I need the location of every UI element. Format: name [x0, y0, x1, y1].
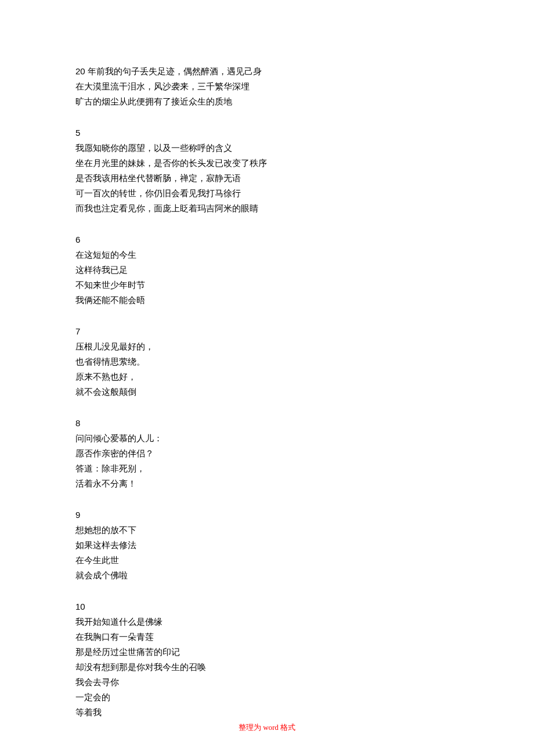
footer-word: word	[261, 723, 280, 732]
page-footer: 整理为 word 格式	[0, 722, 534, 733]
poem-line: 在今生此世	[75, 553, 459, 568]
poem-line: 也省得情思萦绕。	[75, 354, 459, 369]
stanza-number: 8	[75, 416, 459, 431]
stanza-number: 10	[75, 599, 459, 614]
stanza: 8问问倾心爱慕的人儿：愿否作亲密的伴侣？答道：除非死别，活着永不分离！	[75, 416, 459, 491]
poem-line: 坐在月光里的妹妹，是否你的长头发已改变了秩序	[75, 156, 459, 171]
poem-line: 在我胸口有一朵青莲	[75, 629, 459, 645]
stanza-number: 9	[75, 507, 459, 523]
poem-line: 旷古的烟尘从此便拥有了接近众生的质地	[75, 94, 459, 109]
poem-line: 答道：除非死别，	[75, 461, 459, 476]
poem-line: 我愿知晓你的愿望，以及一些称呼的含义	[75, 141, 459, 156]
poem-line: 在这短短的今生	[75, 247, 459, 262]
stanza-number: 7	[75, 324, 459, 339]
stanza: 9想她想的放不下如果这样去修法在今生此世就会成个佛啦	[75, 507, 459, 583]
poem-line: 却没有想到那是你对我今生的召唤	[75, 660, 459, 675]
poem-line: 是否我该用枯坐代替断肠，禅定，寂静无语	[75, 171, 459, 186]
poem-line: 问问倾心爱慕的人儿：	[75, 431, 459, 446]
poem-line: 我会去寻你	[75, 675, 459, 690]
poem-line: 我开始知道什么是佛缘	[75, 614, 459, 629]
stanza: 20 年前我的句子丢失足迹，偶然醉酒，遇见己身在大漠里流干泪水，风沙袭来，三千繁…	[75, 64, 459, 109]
poem-line: 在大漠里流干泪水，风沙袭来，三千繁华深埋	[75, 79, 459, 94]
footer-suffix: 格式	[280, 723, 295, 732]
poem-line: 不知来世少年时节	[75, 278, 459, 293]
poem-line: 想她想的放不下	[75, 523, 459, 538]
poem-line: 而我也注定看见你，面庞上眨着玛吉阿米的眼睛	[75, 201, 459, 216]
stanza: 5我愿知晓你的愿望，以及一些称呼的含义坐在月光里的妹妹，是否你的长头发已改变了秩…	[75, 125, 459, 216]
poem-line: 如果这样去修法	[75, 538, 459, 553]
footer-prefix: 整理为	[239, 723, 261, 732]
poem-line: 那是经历过尘世痛苦的印记	[75, 645, 459, 660]
poem-line: 20 年前我的句子丢失足迹，偶然醉酒，遇见己身	[75, 64, 459, 79]
page-content: 20 年前我的句子丢失足迹，偶然醉酒，遇见己身在大漠里流干泪水，风沙袭来，三千繁…	[0, 0, 534, 720]
poem-line: 我俩还能不能会晤	[75, 293, 459, 308]
poem-line: 原来不熟也好，	[75, 369, 459, 384]
poem-line: 一定会的	[75, 690, 459, 705]
stanza: 6在这短短的今生这样待我已足不知来世少年时节我俩还能不能会晤	[75, 232, 459, 308]
stanza: 7压根儿没见最好的，也省得情思萦绕。原来不熟也好，就不会这般颠倒	[75, 324, 459, 399]
poem-line: 这样待我已足	[75, 262, 459, 278]
poem-line: 活着永不分离！	[75, 476, 459, 491]
stanza-number: 6	[75, 232, 459, 247]
poem-line: 可一百次的转世，你仍旧会看见我打马徐行	[75, 186, 459, 201]
poem-line: 就不会这般颠倒	[75, 384, 459, 399]
stanza: 10我开始知道什么是佛缘在我胸口有一朵青莲那是经历过尘世痛苦的印记却没有想到那是…	[75, 599, 459, 720]
poem-line: 愿否作亲密的伴侣？	[75, 446, 459, 461]
poem-line: 压根儿没见最好的，	[75, 339, 459, 354]
stanza-number: 5	[75, 125, 459, 141]
poem-line: 等着我	[75, 705, 459, 720]
poem-line: 就会成个佛啦	[75, 568, 459, 583]
